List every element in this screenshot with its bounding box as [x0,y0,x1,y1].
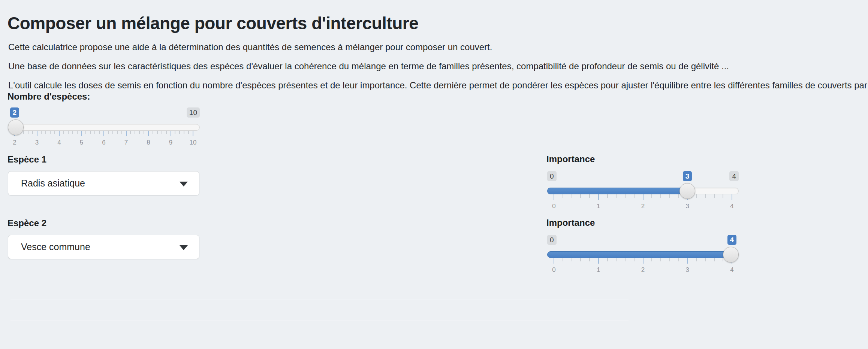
chevron-down-icon [180,182,188,186]
slider-major-tick [103,131,104,136]
slider-minor-tick [90,131,91,134]
slider-minor-tick [112,131,113,134]
slider-minor-tick [157,131,158,134]
intro-paragraph-2: Une base de données sur les caractéristi… [8,61,729,72]
slider-minor-tick [144,131,144,134]
slider-minor-tick [616,258,617,261]
slider-minor-tick [660,194,661,198]
slider-tick-label: 4 [724,203,739,210]
slider-major-tick [598,258,599,264]
slider-minor-tick [607,194,608,198]
slider-major-tick [687,258,688,264]
slider-minor-tick [166,131,167,134]
species-1-label: Espèce 1 [7,154,46,165]
slider-minor-tick [563,258,563,261]
importance-2-slider[interactable]: 0123404 [547,235,739,276]
slider-minor-tick [162,131,162,134]
slider-minor-tick [634,194,635,198]
slider-tick-label: 2 [636,266,651,274]
slider-max-badge: 4 [729,171,739,181]
slider-minor-tick [179,131,180,134]
slider-minor-tick [54,131,55,134]
slider-tick-label: 7 [119,139,134,146]
slider-minor-tick [669,194,670,198]
slider-major-tick [126,131,127,136]
slider-minor-tick [589,194,590,198]
species-count-label: Nombre d'espèces: [7,91,90,102]
slider-minor-tick [94,131,95,134]
page-title: Composer un mélange pour couverts d'inte… [7,13,418,33]
species-mixture-table: EspeceImportanceDensite soloDensite prec… [10,279,633,348]
slider-minor-tick [580,194,581,198]
slider-major-tick [598,194,599,200]
slider-minor-tick [607,258,608,261]
slider-minor-tick [660,258,661,261]
slider-minor-tick [634,258,635,261]
species-2-select[interactable]: Vesce commune [8,235,199,259]
slider-major-tick [554,258,554,264]
slider-major-tick [81,131,82,136]
slider-minor-tick [41,131,42,134]
slider-handle[interactable] [679,183,695,199]
slider-tick-label: 6 [96,139,111,146]
slider-tick-label: 4 [724,266,739,274]
slider-minor-tick [77,131,78,134]
slider-minor-tick [669,258,670,261]
slider-tick-label: 5 [74,139,89,146]
slider-minor-tick [651,258,652,261]
slider-tick-label: 2 [7,139,22,146]
slider-minor-tick [723,194,723,198]
species-2-label: Espèce 2 [7,218,46,228]
slider-minor-tick [139,131,140,134]
slider-tick-label: 8 [141,139,156,146]
slider-handle[interactable] [723,247,739,262]
slider-tick-label: 1 [591,266,606,274]
slider-tick-label: 9 [163,139,178,146]
slider-fill-bar [547,188,693,194]
slider-minor-tick [714,258,715,261]
slider-tick-label: 0 [546,266,561,274]
slider-minor-tick [696,194,697,198]
slider-tick-label: 4 [52,139,67,146]
slider-minor-tick [99,131,100,134]
slider-minor-tick [625,258,626,261]
slider-minor-tick [723,258,723,261]
slider-minor-tick [580,258,581,261]
slider-minor-tick [63,131,64,134]
app-root: Composer un mélange pour couverts d'inte… [0,0,868,349]
species-count-slider[interactable]: 2345678910102 [8,107,200,149]
slider-tick-label: 0 [546,203,561,210]
slider-fill-bar [547,251,737,258]
slider-major-tick [643,194,644,200]
slider-minor-tick [108,131,109,134]
slider-minor-tick [625,194,626,198]
slider-major-tick [148,131,149,136]
slider-track[interactable] [8,124,200,131]
slider-minor-tick [572,194,572,198]
slider-minor-tick [72,131,73,134]
species-1-select[interactable]: Radis asiatique [8,171,199,195]
slider-minor-tick [651,194,652,198]
species-2-selected-value: Vesce commune [21,235,90,259]
slider-minor-tick [678,258,679,261]
slider-minor-tick [50,131,51,134]
importance-1-slider[interactable]: 01234043 [547,171,739,212]
importance-2-label: Importance [546,218,595,228]
slider-minor-tick [28,131,28,134]
slider-major-tick [37,131,37,136]
slider-minor-tick [121,131,122,134]
importance-1-label: Importance [546,154,595,164]
slider-max-badge: 10 [187,107,200,118]
slider-minor-tick [589,258,590,261]
slider-tick-label: 2 [636,203,651,210]
slider-value-badge: 2 [10,107,19,118]
slider-tick-label: 3 [680,203,695,210]
slider-major-tick [193,131,193,136]
species-1-selected-value: Radis asiatique [21,172,85,195]
slider-handle[interactable] [8,119,24,135]
slider-minor-tick [45,131,46,134]
slider-value-badge: 3 [683,171,692,181]
slider-minor-tick [23,131,24,134]
slider-min-badge: 0 [547,235,557,245]
slider-minor-tick [696,258,697,261]
